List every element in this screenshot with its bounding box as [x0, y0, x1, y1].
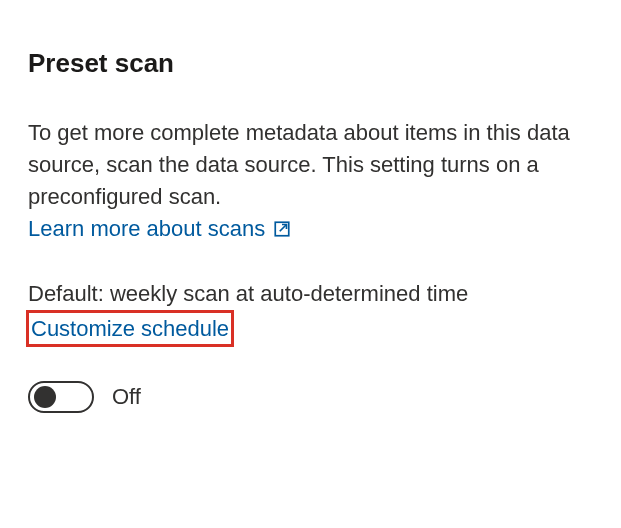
section-description: To get more complete metadata about item… [28, 117, 593, 213]
external-link-icon [273, 220, 291, 238]
preset-scan-toggle[interactable] [28, 381, 94, 413]
toggle-knob [34, 386, 56, 408]
toggle-state-label: Off [112, 384, 141, 410]
learn-more-link[interactable]: Learn more about scans [28, 216, 291, 242]
toggle-row: Off [28, 381, 593, 413]
learn-more-label: Learn more about scans [28, 216, 265, 242]
default-schedule-line: Default: weekly scan at auto-determined … [28, 278, 593, 348]
default-schedule-text: Default: weekly scan at auto-determined … [28, 281, 468, 306]
section-heading: Preset scan [28, 48, 593, 79]
customize-schedule-link[interactable]: Customize schedule [26, 310, 234, 348]
